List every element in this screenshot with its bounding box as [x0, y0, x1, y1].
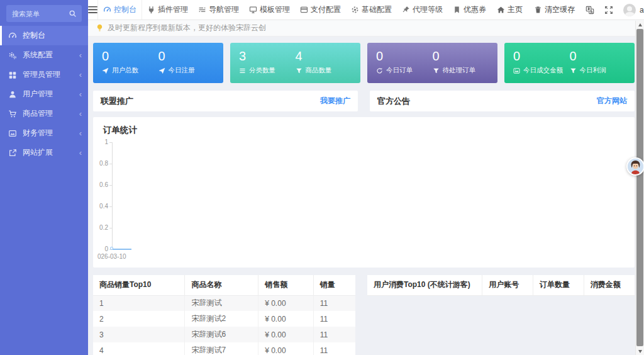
- sidebar-item-label: 管理员管理: [23, 69, 79, 80]
- cell-rank: 4: [93, 342, 185, 355]
- tab-agent-level[interactable]: 代理等级: [397, 0, 448, 20]
- x-axis-label: 026-03-10: [97, 253, 126, 260]
- cell-product: 宋辞测试6: [185, 327, 258, 342]
- cell-rank: 1: [93, 295, 185, 311]
- sidebar-item-site-extend[interactable]: 网站扩展 ‹: [0, 143, 88, 162]
- stat: 0 今日注册: [158, 48, 215, 83]
- sidebar-item-finance-manage[interactable]: 财务管理 ‹: [0, 123, 88, 143]
- tab-coupon[interactable]: 优惠券: [448, 0, 491, 20]
- col-header: 商品销量Top10: [93, 275, 185, 295]
- cell-qty: 11: [313, 311, 355, 327]
- user-avatar[interactable]: [623, 4, 636, 16]
- stat: 0 用户总数: [102, 48, 158, 83]
- stat: 3 分类数量: [239, 48, 296, 83]
- username[interactable]: admin: [640, 6, 644, 14]
- user-top10-table: 用户消费Top10 (不统计游客) 用户账号 订单数量 消费金额: [367, 275, 635, 296]
- funnel-icon: [296, 67, 303, 74]
- stat: 4 商品数量: [296, 48, 352, 83]
- card-revenue: 0 今日成交金额 0 今日利润: [504, 43, 635, 83]
- tab-template-manage[interactable]: 模板管理: [244, 0, 295, 20]
- y-tick: 0: [94, 246, 108, 252]
- topbar: 控制台 插件管理 导航管理 模板管理: [88, 0, 644, 20]
- chart-data-point: [110, 247, 113, 250]
- tab-label: 优惠券: [464, 4, 486, 15]
- y-tick: 0.8: [94, 161, 108, 167]
- stat-label: 今日注册: [169, 66, 195, 75]
- user-icon: [8, 90, 17, 99]
- chart-y-axis: [112, 142, 113, 249]
- sidebar-item-system-config[interactable]: 系统配置 ‹: [0, 45, 88, 65]
- panel-official-notice: 官方公告 官方网站: [370, 91, 635, 111]
- tab-label: 控制台: [114, 4, 136, 15]
- stat-label: 待处理订单: [443, 66, 476, 75]
- table-row: 4 宋辞测试7 ¥ 0.00 11: [93, 342, 355, 355]
- col-header: 订单数量: [533, 275, 584, 295]
- chevron-left-icon: ‹: [79, 51, 82, 59]
- nav-lines-icon: [198, 6, 206, 14]
- col-header: 用户账号: [482, 275, 533, 295]
- search-icon[interactable]: [69, 9, 77, 18]
- credit-card-icon: [300, 6, 308, 14]
- cell-product: 宋辞测试: [185, 295, 258, 311]
- stat-label: 用户总数: [112, 66, 138, 75]
- sidebar-item-admin-manage[interactable]: 管理员管理 ‹: [0, 65, 88, 84]
- tab-nav-manage[interactable]: 导航管理: [193, 0, 244, 20]
- alert-text: 及时更新程序到最新版本，更好的体验宋辞云创: [108, 23, 266, 33]
- scroll-up-arrow[interactable]: [636, 21, 644, 28]
- sidebar-item-console[interactable]: 控制台: [0, 26, 88, 45]
- tab-payment-config[interactable]: 支付配置: [295, 0, 346, 20]
- promo-link[interactable]: 我要推广: [320, 96, 350, 106]
- scrollbar-thumb[interactable]: [636, 29, 643, 346]
- panel-alliance-promo: 联盟推广 我要推广: [93, 91, 358, 111]
- cell-rank: 2: [93, 311, 185, 327]
- stat-label: 今日订单: [386, 66, 413, 75]
- tab-console[interactable]: 控制台: [97, 0, 142, 20]
- sidebar-search: [6, 5, 82, 22]
- tab-base-config[interactable]: 基础配置: [346, 0, 397, 20]
- sidebar-item-product-manage[interactable]: 商品管理 ‹: [0, 104, 88, 123]
- translate-icon[interactable]: [580, 6, 599, 14]
- trash-icon: [534, 6, 542, 14]
- external-link-icon: [8, 149, 17, 157]
- cell-rank: 3: [93, 327, 185, 342]
- hamburger-menu-icon[interactable]: [88, 0, 97, 20]
- chart-series-line: [113, 249, 131, 250]
- cogs-icon: [8, 51, 17, 60]
- stat-label: 商品数量: [306, 66, 332, 75]
- floating-support-avatar[interactable]: [626, 157, 644, 176]
- scroll-down-arrow[interactable]: [636, 347, 644, 355]
- y-tick: 0.2: [94, 225, 108, 231]
- stat: 0 今日成交金额: [513, 48, 570, 83]
- sidebar-item-user-manage[interactable]: 用户管理 ‹: [0, 84, 88, 104]
- funnel-icon: [570, 67, 577, 74]
- topbar-right: 主页 清空缓存 ad: [491, 0, 644, 20]
- table-row: 3 宋辞测试6 ¥ 0.00 11: [93, 327, 355, 342]
- lightbulb-icon: [96, 24, 104, 32]
- monitor-icon: [249, 6, 257, 14]
- tab-label: 代理等级: [413, 4, 443, 15]
- refresh-icon: [376, 67, 383, 74]
- tab-plugin-manage[interactable]: 插件管理: [142, 0, 193, 20]
- pin-icon: [402, 6, 410, 14]
- cell-product: 宋辞测试2: [185, 311, 258, 327]
- bottom-tables: 商品销量Top10 商品名称 销售额 销量 1 宋辞测试 ¥ 0.00 11 2: [93, 275, 635, 355]
- send-icon: [158, 67, 165, 74]
- cell-qty: 11: [313, 342, 355, 355]
- home-button[interactable]: 主页: [491, 4, 528, 15]
- tab-label: 支付配置: [311, 4, 341, 15]
- vertical-scrollbar: [635, 21, 644, 355]
- home-label: 主页: [508, 4, 523, 15]
- cell-qty: 11: [313, 327, 355, 342]
- chevron-left-icon: ‹: [79, 70, 82, 79]
- funnel-icon: [433, 67, 440, 74]
- sidebar-item-label: 系统配置: [23, 50, 79, 60]
- stat-label: 分类数量: [249, 66, 275, 75]
- y-tick: 1: [94, 139, 108, 145]
- official-site-link[interactable]: 官方网站: [597, 96, 627, 106]
- clear-cache-button[interactable]: 清空缓存: [528, 4, 580, 15]
- card-users: 0 用户总数 0 今日注册: [93, 43, 223, 83]
- stat: 0 今日订单: [376, 48, 433, 83]
- stat-value: 3: [239, 48, 296, 64]
- fullscreen-icon[interactable]: [599, 6, 618, 14]
- stat-value: 4: [296, 48, 352, 64]
